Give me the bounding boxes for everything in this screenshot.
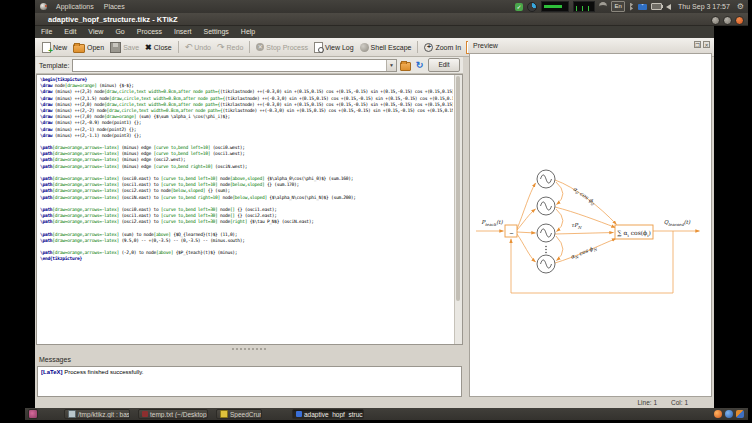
bluetooth-icon[interactable] [629, 3, 634, 11]
ktikz-icon [296, 411, 302, 417]
menu-process[interactable]: Process [131, 26, 168, 38]
stop-icon: ✕ [256, 43, 264, 51]
view-log-button[interactable]: View Log [311, 41, 357, 54]
messages-panel-header: Messages ❐ ✕ [36, 353, 463, 366]
messages-output: [LaTeX] Process finished successfully. [37, 366, 462, 397]
menu-help[interactable]: Help [235, 26, 261, 38]
taskbar: /tmp/ktikz.git : bash ... temp.txt (~/De… [25, 408, 748, 420]
close-button[interactable] [735, 16, 744, 25]
save-icon [110, 42, 121, 53]
battery-icon[interactable] [651, 3, 662, 10]
menu-go[interactable]: Go [109, 26, 130, 38]
volume-icon[interactable] [666, 4, 671, 10]
diagram-nodes [505, 170, 653, 273]
float-panel-icon[interactable]: ❐ [694, 41, 701, 48]
taskbar-window-bash[interactable]: /tmp/ktikz.git : bash ... [64, 409, 130, 419]
close-panel-icon[interactable]: ✕ [703, 41, 710, 48]
globe-icon[interactable] [725, 410, 733, 418]
window-title: adaptive_hopf_structure.tikz - KTikZ [48, 15, 177, 24]
session-gear-icon[interactable]: ⚙ [737, 0, 744, 13]
template-bar: Template: ▼ ↻ Edit [36, 57, 463, 74]
zoom-in-button[interactable]: +Zoom In [421, 42, 464, 53]
ktikz-window: File Edit View Go Process Insert Setting… [35, 26, 714, 408]
browser-icon[interactable] [714, 410, 722, 418]
template-reload-button[interactable]: ↻ [414, 60, 425, 71]
template-edit-button[interactable]: Edit [428, 58, 460, 72]
editor-vertical-scrollbar[interactable] [454, 75, 462, 344]
screen: Applications Places ✓ En Thu Sep 3 17:57… [0, 0, 752, 423]
status-line: Line: 1 [637, 398, 657, 408]
preview-panel-header: Preview ❐ ✕ [468, 38, 713, 53]
code-lines[interactable]: \begin{tikzpicture}\draw node[draw=orang… [40, 77, 453, 344]
code-editor[interactable]: \begin{tikzpicture}\draw node[draw=orang… [36, 74, 463, 345]
system-monitor-bars-icon[interactable] [541, 1, 569, 12]
distributor-logo-icon[interactable] [40, 3, 47, 10]
output-signal-label: Qlearned(t) [664, 219, 691, 227]
new-icon [42, 42, 51, 53]
alpha0-edge-label: α0 cos ϕ0 [571, 186, 596, 207]
places-menu[interactable]: Places [99, 0, 130, 13]
open-button[interactable]: Open [70, 41, 107, 54]
close-icon: ✖ [145, 43, 152, 52]
chevron-down-icon[interactable]: ▼ [386, 60, 396, 71]
maximize-button[interactable] [723, 16, 732, 25]
keyboard-layout-indicator[interactable]: En [611, 1, 625, 12]
calculator-icon [220, 410, 228, 418]
minimize-button[interactable] [711, 16, 720, 25]
mail-icon[interactable] [638, 4, 647, 10]
input-signal-label: Pteach(t) [481, 219, 503, 227]
text-editor-icon [142, 411, 148, 417]
scrollbar-handle[interactable] [456, 76, 460, 301]
folder-icon [400, 62, 411, 71]
clock[interactable]: Thu Sep 3 17:57 [675, 3, 733, 10]
taskbar-window-speedcrunch[interactable]: SpeedCrunch [216, 409, 262, 419]
alphaN-edge-label: αN cos ϕN [570, 244, 599, 262]
diagram-labels: − ∑ αi cos(ϕi) Pteach(t) Qlearned(t) α0 … [481, 186, 691, 262]
messages-text: Process finished successfully. [63, 369, 144, 375]
template-combobox[interactable]: ▼ [72, 59, 397, 72]
taskbar-window-tempfile[interactable]: temp.txt (~/Desktop... [138, 409, 208, 419]
sine-wave-icon [541, 175, 552, 268]
dock-splitter[interactable] [36, 345, 463, 353]
messages-title: Messages [39, 356, 71, 363]
workspace-switcher-icon[interactable] [736, 410, 744, 418]
shell-escape-button[interactable]: Shell Escape [357, 42, 415, 53]
redo-button[interactable]: ↷Redo [214, 42, 246, 53]
system-tray: ✓ En Thu Sep 3 17:57 ⚙ [515, 0, 744, 13]
window-titlebar[interactable]: adaptive_hopf_structure.tikz - KTikZ [35, 13, 748, 26]
taskbar-window-ktikz[interactable]: adaptive_hopf_struc... [292, 409, 364, 419]
update-ok-icon[interactable]: ✓ [515, 3, 523, 11]
undo-icon: ↶ [185, 43, 193, 52]
shell-escape-icon [360, 43, 369, 52]
close-file-button[interactable]: ✖Close [142, 42, 175, 53]
preview-title: Preview [473, 42, 498, 49]
menu-file[interactable]: File [35, 26, 58, 38]
redo-icon: ↷ [217, 43, 225, 52]
latex-tag: [LaTeX] [41, 369, 63, 375]
time-tracker-icon[interactable] [527, 2, 537, 12]
template-value [73, 60, 386, 71]
vertical-dots-icon [545, 246, 546, 253]
applications-menu[interactable]: Applications [51, 0, 99, 13]
open-folder-icon [73, 44, 85, 53]
zoom-in-icon: + [424, 43, 433, 52]
menu-edit[interactable]: Edit [58, 26, 82, 38]
wifi-icon[interactable] [599, 2, 607, 11]
system-monitor-graph-icon[interactable] [573, 1, 595, 12]
taskbar-tray [714, 410, 744, 418]
save-button[interactable]: Save [107, 41, 142, 54]
status-bar: Line: 1 Col: 1 [35, 398, 714, 408]
menu-insert[interactable]: Insert [168, 26, 198, 38]
undo-button[interactable]: ↶Undo [182, 42, 214, 53]
gnome-panel: Applications Places ✓ En Thu Sep 3 17:57… [35, 0, 748, 13]
menu-view[interactable]: View [82, 26, 109, 38]
minus-label: − [509, 230, 514, 236]
menu-settings[interactable]: Settings [198, 26, 235, 38]
template-browse-button[interactable] [400, 60, 411, 71]
tau-edge-label: τPN [571, 222, 583, 230]
stop-process-button[interactable]: ✕Stop Process [253, 42, 311, 52]
new-button[interactable]: New [39, 41, 70, 54]
window-controls [711, 16, 744, 25]
show-desktop-icon[interactable] [28, 409, 38, 419]
reload-icon: ↻ [416, 60, 424, 70]
